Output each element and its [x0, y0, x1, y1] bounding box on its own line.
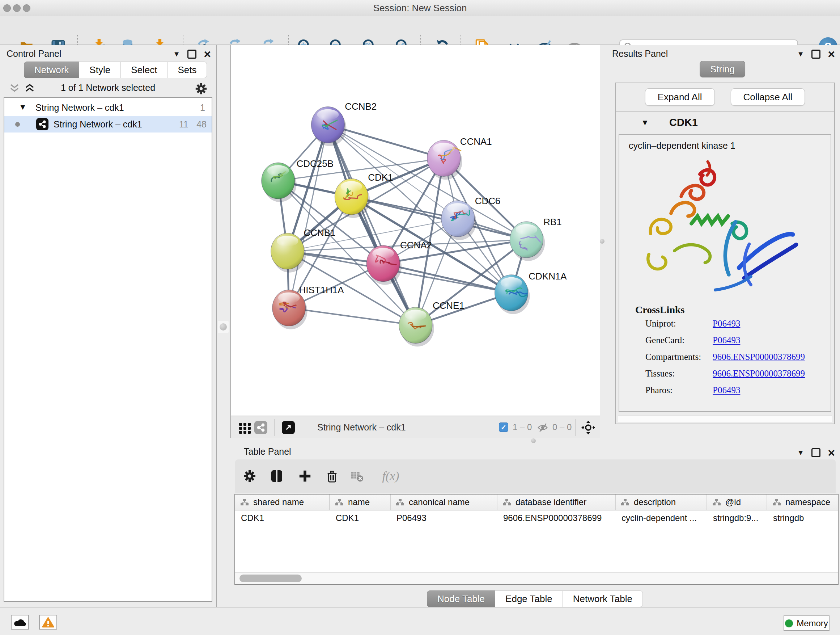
table-cell[interactable]: CDK1 — [330, 510, 391, 526]
column-header-database-identifier[interactable]: database identifier — [497, 494, 616, 510]
collapse-all-button[interactable]: Collapse All — [731, 88, 805, 106]
tab-node-table[interactable]: Node Table — [427, 591, 495, 607]
network-edge-CCNA2-CDKN1A[interactable] — [383, 264, 511, 293]
cloud-status-button[interactable] — [11, 615, 29, 630]
crosslink-link-genecard-[interactable]: P06493 — [713, 335, 740, 345]
grid-view-button[interactable] — [238, 421, 251, 436]
network-node-CDKN1A[interactable] — [495, 275, 530, 314]
tab-style[interactable]: Style — [79, 62, 121, 78]
column-header--id[interactable]: @id — [707, 494, 767, 510]
tab-network[interactable]: Network — [24, 62, 79, 78]
selected-checkbox[interactable]: ✓ — [499, 423, 508, 432]
panel-close-button[interactable]: × — [204, 49, 211, 59]
vertical-splitter[interactable] — [217, 45, 231, 607]
panel-float-button[interactable] — [187, 50, 196, 59]
control-panel: Control Panel ▼ × NetworkStyleSelectSets… — [0, 45, 217, 607]
status-bar: Memory — [0, 607, 840, 635]
tab-select[interactable]: Select — [121, 62, 167, 78]
delete-columns-button[interactable] — [324, 468, 340, 484]
toolbar-separator — [575, 419, 576, 436]
entry-gene-name: CDK1 — [669, 117, 698, 128]
crosslink-link-compartments-[interactable]: 9606.ENSP00000378699 — [713, 352, 805, 362]
panel-float-button[interactable] — [812, 50, 821, 59]
network-view-title: String Network – cdk1 — [317, 416, 406, 438]
table-cell[interactable]: stringdb:9... — [707, 510, 767, 526]
node-gloss — [433, 143, 455, 154]
node-gloss — [267, 165, 289, 176]
network-tree: ▼ String Network – cdk1 1 String Network… — [4, 97, 212, 602]
splitter-handle[interactable] — [531, 439, 536, 443]
expand-all-button[interactable]: Expand All — [645, 88, 715, 106]
network-node-CCNE1[interactable] — [399, 307, 434, 347]
minimize-window-button[interactable] — [13, 4, 21, 12]
column-header-name[interactable]: name — [330, 494, 391, 510]
network-edge-CCNB2-CCNE1[interactable] — [328, 125, 416, 325]
network-collection-row[interactable]: ▼ String Network – cdk1 1 — [4, 99, 212, 116]
panel-menu-button[interactable]: ▼ — [797, 49, 804, 59]
gear-icon[interactable] — [194, 82, 208, 96]
panel-menu-button[interactable]: ▼ — [797, 447, 804, 458]
table-row[interactable]: CDK1CDK1P064939606.ENSP00000378699cyclin… — [235, 510, 838, 526]
network-node-CDK1[interactable] — [335, 179, 370, 218]
tab-string[interactable]: String — [699, 61, 745, 78]
network-node-CDC25B[interactable] — [262, 163, 297, 202]
string-results-container: Expand All Collapse All ▼ CDK1 cyclin–de… — [615, 82, 835, 424]
memory-label: Memory — [797, 618, 828, 629]
birds-eye-view-button[interactable] — [581, 421, 595, 436]
table-cell[interactable]: 9606.ENSP00000378699 — [497, 510, 616, 526]
collection-disclosure-triangle[interactable]: ▼ — [19, 103, 27, 112]
network-graph[interactable]: CCNB2CCNA1CDC25BCDK1CDC6RB1CCNB1CCNA2CDK… — [231, 45, 600, 416]
column-header-namespace[interactable]: namespace — [767, 494, 838, 510]
table-cell[interactable]: CDK1 — [235, 510, 330, 526]
tab-network-table[interactable]: Network Table — [563, 591, 643, 607]
crosslink-link-pharos-[interactable]: P06493 — [713, 385, 740, 395]
crosslink-link-uniprot-[interactable]: P06493 — [713, 318, 740, 329]
crosslink-row: Tissues:9606.ENSP00000378699 — [619, 366, 831, 382]
splitter-handle[interactable] — [218, 321, 229, 333]
tab-edge-table[interactable]: Edge Table — [495, 591, 563, 607]
panel-menu-button[interactable]: ▼ — [173, 49, 180, 59]
results-panel-title: Results Panel — [612, 49, 668, 59]
vertical-splitter[interactable] — [600, 45, 605, 438]
show-columns-button[interactable] — [269, 468, 285, 484]
network-edge-HIST1H1A-CCNE1[interactable] — [289, 308, 416, 325]
splitter-handle[interactable] — [600, 239, 605, 244]
entry-description: cyclin–dependent kinase 1 — [629, 141, 736, 151]
entry-disclosure-triangle[interactable]: ▼ — [641, 118, 649, 127]
crosslink-link-tissues-[interactable]: 9606.ENSP00000378699 — [713, 369, 805, 379]
network-node-CCNA1[interactable] — [427, 140, 462, 180]
column-header-shared-name[interactable]: shared name — [235, 494, 330, 510]
table-cell[interactable]: P06493 — [391, 510, 497, 526]
network-edge-CCNB2-HIST1H1A[interactable] — [289, 125, 328, 308]
panel-close-button[interactable]: × — [828, 49, 835, 59]
node-result-entry: ▼ CDK1 cyclin–dependent kinase 1 — [616, 111, 834, 414]
network-node-HIST1H1A[interactable] — [272, 290, 308, 329]
panel-float-button[interactable] — [812, 448, 821, 457]
node-label-HIST1H1A: HIST1H1A — [299, 285, 344, 295]
scrollbar-thumb[interactable] — [240, 575, 302, 582]
panel-close-button[interactable]: × — [828, 447, 835, 458]
memory-status-button[interactable]: Memory — [783, 616, 829, 631]
table-cell[interactable]: stringdb — [767, 510, 838, 526]
horizontal-splitter[interactable] — [231, 438, 840, 443]
table-header-row: shared namenamecanonical namedatabase id… — [235, 494, 838, 510]
network-node-CCNB2[interactable] — [311, 107, 347, 146]
network-view-mode-button[interactable] — [254, 421, 267, 434]
column-header-description[interactable]: description — [616, 494, 707, 510]
network-row-selected[interactable]: String Network – cdk1 11 48 — [4, 116, 212, 133]
detach-view-button[interactable] — [282, 421, 295, 434]
node-gloss — [501, 277, 523, 288]
warnings-button[interactable] — [39, 615, 57, 630]
table-settings-button[interactable] — [242, 468, 257, 484]
delete-table-icon — [350, 469, 364, 483]
create-column-button[interactable] — [297, 468, 313, 484]
network-node-RB1[interactable] — [510, 222, 545, 261]
close-window-button[interactable] — [3, 4, 11, 12]
table-cell[interactable]: cyclin-dependent ... — [616, 510, 707, 526]
maximize-window-button[interactable] — [23, 4, 30, 12]
network-node-count: 11 — [179, 119, 188, 130]
network-view-canvas[interactable]: CCNB2CCNA1CDC25BCDK1CDC6RB1CCNB1CCNA2CDK… — [231, 45, 600, 416]
collection-label: String Network – cdk1 — [35, 103, 124, 113]
column-header-canonical-name[interactable]: canonical name — [391, 494, 497, 510]
tab-sets[interactable]: Sets — [167, 62, 207, 78]
